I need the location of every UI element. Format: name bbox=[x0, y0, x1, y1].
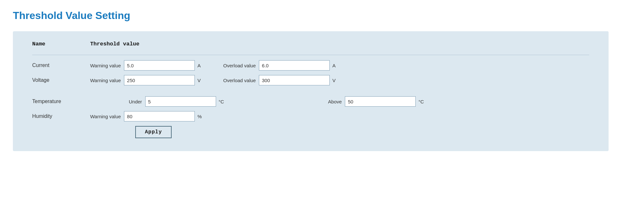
settings-panel: Name Threshold value Current Warning val… bbox=[13, 31, 609, 151]
humidity-warning-unit: % bbox=[197, 114, 204, 119]
temperature-under-group: Under °C bbox=[129, 96, 225, 107]
current-overload-unit: A bbox=[332, 63, 339, 68]
current-overload-group: Overload value A bbox=[223, 60, 339, 71]
apply-button[interactable]: Apply bbox=[135, 126, 172, 138]
current-label: Current bbox=[32, 62, 90, 68]
current-warning-input[interactable] bbox=[124, 60, 195, 71]
temperature-under-label: Under bbox=[129, 99, 142, 104]
temperature-under-input[interactable] bbox=[145, 96, 216, 107]
spacer-1 bbox=[32, 90, 589, 96]
voltage-warning-unit: V bbox=[197, 78, 204, 83]
humidity-warning-label: Warning value bbox=[90, 114, 121, 119]
temperature-above-unit: °C bbox=[418, 99, 425, 104]
humidity-row: Humidity Warning value % bbox=[32, 111, 589, 121]
temperature-above-input[interactable] bbox=[345, 96, 416, 107]
voltage-overload-input[interactable] bbox=[259, 75, 330, 85]
temperature-above-label: Above bbox=[328, 99, 342, 104]
current-warning-unit: A bbox=[197, 63, 204, 68]
voltage-warning-input[interactable] bbox=[124, 75, 195, 85]
current-warning-group: Warning value A bbox=[90, 60, 204, 71]
name-column-header: Name bbox=[32, 41, 90, 47]
current-overload-input[interactable] bbox=[259, 60, 330, 71]
voltage-warning-group: Warning value V bbox=[90, 75, 204, 85]
temperature-above-group: Above °C bbox=[328, 96, 425, 107]
humidity-warning-group: Warning value % bbox=[90, 111, 204, 121]
temperature-label: Temperature bbox=[32, 99, 90, 104]
header-divider bbox=[32, 55, 589, 55]
voltage-warning-label: Warning value bbox=[90, 78, 121, 83]
current-warning-label: Warning value bbox=[90, 63, 121, 68]
current-row: Current Warning value A Overload value A bbox=[32, 60, 589, 71]
current-overload-label: Overload value bbox=[223, 63, 256, 68]
humidity-warning-input[interactable] bbox=[124, 111, 195, 121]
temperature-row: Temperature Under °C Above °C bbox=[32, 96, 589, 107]
threshold-column-header: Threshold value bbox=[90, 41, 139, 47]
table-header: Name Threshold value bbox=[32, 41, 589, 50]
apply-row: Apply bbox=[90, 126, 589, 138]
humidity-label: Humidity bbox=[32, 113, 90, 119]
voltage-overload-unit: V bbox=[332, 78, 339, 83]
voltage-row: Voltage Warning value V Overload value V bbox=[32, 75, 589, 85]
voltage-label: Voltage bbox=[32, 77, 90, 83]
voltage-overload-group: Overload value V bbox=[223, 75, 339, 85]
page-title: Threshold Value Setting bbox=[13, 10, 631, 22]
temperature-under-unit: °C bbox=[219, 99, 225, 104]
voltage-overload-label: Overload value bbox=[223, 78, 256, 83]
